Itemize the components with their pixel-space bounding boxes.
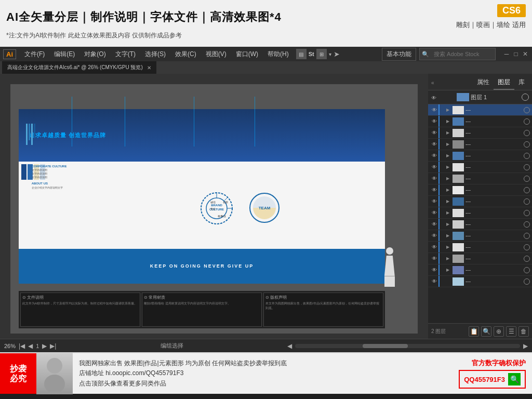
- eye-icon-6[interactable]: 👁: [430, 175, 438, 183]
- expand-icon-2[interactable]: ▶: [445, 130, 451, 136]
- layer-row-9[interactable]: 👁 ▶ ---: [428, 207, 532, 219]
- eye-icon-3[interactable]: 👁: [430, 140, 438, 149]
- expand-icon-9[interactable]: ▶: [445, 210, 451, 216]
- tab-properties[interactable]: 属性: [473, 76, 494, 90]
- window-maximize[interactable]: □: [512, 50, 520, 58]
- menu-select[interactable]: 选择(S): [141, 48, 170, 60]
- eye-icon-9[interactable]: 👁: [430, 209, 438, 217]
- layer-row-12[interactable]: 👁 ▶ ---: [428, 242, 532, 253]
- eye-icon-7[interactable]: 👁: [430, 186, 438, 194]
- expand-icon-3[interactable]: ▶: [445, 141, 451, 148]
- scroll-left[interactable]: ◀: [287, 342, 292, 350]
- layer-row-1[interactable]: 👁 ▶ ---: [428, 116, 532, 127]
- eye-icon-4[interactable]: 👁: [430, 152, 438, 160]
- expand-icon-7[interactable]: ▶: [445, 187, 451, 193]
- copyright-label: 官方数字确权保护: [459, 358, 526, 368]
- layer-row-15[interactable]: 👁 ---: [428, 276, 532, 287]
- layer-row-3[interactable]: 👁 ▶ ---: [428, 139, 532, 150]
- eye-icon-12[interactable]: 👁: [430, 243, 438, 251]
- expand-icon-14[interactable]: ▶: [445, 267, 451, 273]
- expand-icon-0[interactable]: ▶: [445, 107, 451, 113]
- menu-type[interactable]: 文字(T): [111, 48, 140, 60]
- menu-view[interactable]: 视图(V): [202, 48, 231, 60]
- toolbar-icon-1[interactable]: ▤: [296, 49, 307, 59]
- panel-collapse-button[interactable]: «: [431, 80, 434, 86]
- layer-row-7[interactable]: 👁 ▶ ---: [428, 184, 532, 196]
- expand-icon-13[interactable]: ▶: [445, 256, 451, 262]
- nav-prev-start[interactable]: |◀: [19, 342, 25, 350]
- toolbar-send[interactable]: ➤: [334, 50, 340, 58]
- layer-row-4[interactable]: 👁 ▶ ---: [428, 150, 532, 162]
- expand-icon-10[interactable]: ▶: [445, 221, 451, 228]
- layer-menu-btn[interactable]: ☰: [506, 326, 516, 337]
- layer-row-11[interactable]: 👁 ▶ ---: [428, 230, 532, 242]
- eye-icon-13[interactable]: 👁: [430, 255, 438, 263]
- layer-row-5[interactable]: 👁 ▶ ---: [428, 162, 532, 173]
- canvas-area[interactable]: ♦ 觅图图网 ♦ 觅图图网 ♦ 觅图图网: [0, 74, 428, 339]
- search-input[interactable]: [431, 49, 493, 59]
- layer-header-thumb: [457, 93, 469, 101]
- expand-icon-1[interactable]: ▶: [445, 118, 451, 125]
- menu-window[interactable]: 窗口(W): [232, 48, 262, 60]
- warning-line2: 必究: [10, 374, 26, 383]
- annotation-line-1: [72, 97, 72, 147]
- nav-prev[interactable]: ◀: [28, 342, 33, 350]
- nav-next-end[interactable]: ▶|: [50, 342, 56, 350]
- active-tab[interactable]: 高端企业文化墙源文件AIcs6.ai* @ 26% (CMYK/GPU 预览) …: [2, 61, 156, 74]
- scroll-right[interactable]: ▶: [523, 342, 528, 350]
- layer-row-10[interactable]: 👁 ▶ ---: [428, 219, 532, 230]
- layer-row-6[interactable]: 👁 ▶ ---: [428, 173, 532, 184]
- expand-icon-5[interactable]: ▶: [445, 164, 451, 170]
- window-minimize[interactable]: ─: [503, 50, 510, 58]
- eye-icon-0[interactable]: 👁: [430, 106, 438, 114]
- eye-icon-1[interactable]: 👁: [430, 117, 438, 126]
- tab-library[interactable]: 库: [514, 76, 529, 90]
- layer-circle-15: [524, 278, 530, 285]
- qq-number: QQ455791F3: [464, 376, 505, 383]
- eye-icon-11[interactable]: 👁: [430, 232, 438, 240]
- eye-icon-2[interactable]: 👁: [430, 129, 438, 137]
- eye-icon-5[interactable]: 👁: [430, 163, 438, 171]
- window-close[interactable]: ✕: [522, 50, 529, 58]
- tab-layers[interactable]: 图层: [494, 76, 514, 90]
- eye-icon-10[interactable]: 👁: [430, 220, 438, 229]
- layer-row-14[interactable]: 👁 ▶ ---: [428, 264, 532, 276]
- expand-icon-8[interactable]: ▶: [445, 198, 451, 205]
- menu-help[interactable]: 帮助(H): [263, 48, 293, 60]
- expand-icon-4[interactable]: ▶: [445, 153, 451, 159]
- basic-func-button[interactable]: 基本功能: [382, 48, 416, 61]
- expand-icon-6[interactable]: ▶: [445, 176, 451, 182]
- layer-row-13[interactable]: 👁 ▶ ---: [428, 253, 532, 264]
- toolbar-grid[interactable]: ⊞: [316, 49, 327, 59]
- toolbar-chevron[interactable]: ▾: [329, 51, 331, 57]
- scrollbar-thumb[interactable]: [363, 344, 408, 348]
- layer-name-6: ---: [466, 176, 522, 181]
- svg-line-5: [224, 197, 228, 201]
- menu-object[interactable]: 对象(O): [80, 48, 110, 60]
- footer-search-button[interactable]: 🔍: [508, 373, 521, 385]
- eye-icon-14[interactable]: 👁: [430, 266, 438, 274]
- menu-effect[interactable]: 效果(C): [171, 48, 201, 60]
- layer-search-btn[interactable]: 🔍: [481, 326, 491, 337]
- layer-name-7: ---: [466, 187, 522, 193]
- layer-add-btn[interactable]: ⊕: [494, 326, 504, 337]
- expand-icon-11[interactable]: ▶: [445, 233, 451, 239]
- layer-row-2[interactable]: 👁 ▶ ---: [428, 127, 532, 139]
- layer-row-8[interactable]: 👁 ▶ ---: [428, 196, 532, 207]
- status-text: 编组选择: [59, 342, 284, 350]
- eye-icon-8[interactable]: 👁: [430, 197, 438, 206]
- canvas-inner: 追求卓越质量 创造世界品牌: [10, 84, 418, 334]
- layer-new-page-btn[interactable]: 📋: [469, 326, 479, 337]
- info-box-file-content: 此文件为AI软件制作，尺寸及细节均以实际为准。制作过程中如有问题请联系客服。: [22, 301, 138, 305]
- eye-icon-15[interactable]: 👁: [430, 277, 438, 286]
- horizontal-scrollbar[interactable]: [295, 344, 520, 348]
- layer-row-0[interactable]: 👁 ▶ ---: [428, 104, 532, 116]
- expand-icon-12[interactable]: ▶: [445, 244, 451, 250]
- tab-close-button[interactable]: ✕: [147, 65, 151, 71]
- menu-file[interactable]: 文件(F): [20, 48, 49, 60]
- nav-next[interactable]: ▶: [42, 342, 47, 350]
- layer-circle-6: [524, 176, 530, 182]
- layer-delete-btn[interactable]: 🗑: [518, 326, 529, 337]
- menu-edit[interactable]: 编辑(E): [50, 48, 79, 60]
- layers-list[interactable]: 👁 ▶ --- 👁 ▶ --- 👁 ▶ ---: [428, 104, 532, 323]
